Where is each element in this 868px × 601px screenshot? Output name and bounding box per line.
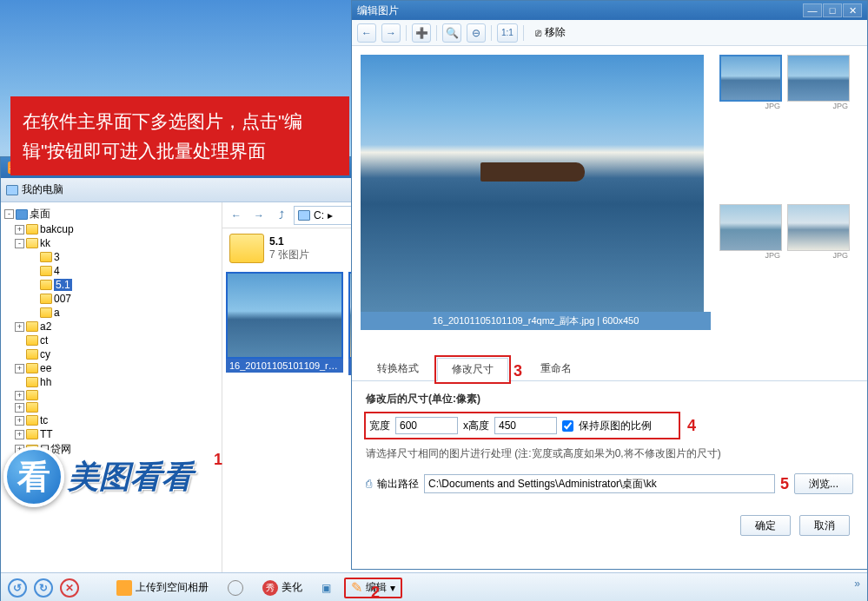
tab-rename[interactable]: 重命名 — [526, 357, 586, 380]
mini-thumb[interactable]: JPG — [719, 204, 782, 348]
delete-button[interactable]: ✕ — [60, 578, 79, 598]
folder-icon — [26, 321, 38, 332]
output-path-input[interactable] — [424, 474, 775, 493]
tree-item[interactable]: -桌面 — [1, 206, 222, 222]
tab-resize[interactable]: 修改尺寸 — [437, 358, 508, 381]
tabs: 转换格式 修改尺寸 3 重命名 — [352, 357, 867, 381]
monitor-icon — [6, 185, 18, 195]
annotation-5: 5 — [780, 475, 789, 493]
keep-ratio-checkbox[interactable] — [562, 420, 573, 432]
weibo-button[interactable] — [222, 578, 249, 598]
dialog-toolbar: ← → ➕ 🔍 ⊖ 1:1 ⎚ 移除 — [352, 20, 867, 46]
folder-icon — [40, 280, 52, 290]
rotate-left-button[interactable]: ↺ — [8, 578, 27, 598]
tree-item[interactable]: 5.1 — [1, 278, 222, 292]
annotation-4: 4 — [687, 417, 696, 435]
width-input[interactable] — [395, 417, 458, 434]
beautify-button[interactable]: 秀 美化 — [256, 578, 308, 598]
browse-button[interactable]: 浏览... — [794, 473, 853, 494]
tree-item[interactable]: +bakcup — [1, 222, 222, 236]
preview-caption: 16_20101105101109_r4qmz_副本.jpg | 600x450 — [361, 312, 711, 330]
nav-forward-button[interactable]: → — [248, 206, 269, 225]
instruction-banner: 在软件主界面下多选图片，点击"编辑"按钮即可进入批量处理界面 — [10, 96, 349, 175]
mini-thumb[interactable]: JPG — [719, 55, 782, 199]
folder-icon — [26, 363, 38, 373]
folder-icon — [40, 307, 52, 318]
minimize-button[interactable]: — — [803, 3, 822, 17]
tree-item[interactable]: +a2 — [1, 320, 222, 334]
height-input[interactable] — [494, 417, 557, 434]
tree-item[interactable]: a — [1, 306, 222, 320]
tree-item[interactable]: +TT — [1, 427, 222, 441]
dialog-titlebar: 编辑图片 — □ ✕ — [352, 1, 867, 20]
folder-icon — [16, 209, 28, 220]
folder-name: 5.1 — [269, 235, 309, 248]
folder-icon — [40, 266, 52, 276]
annotation-1: 1 — [214, 451, 222, 469]
folder-icon — [26, 349, 38, 360]
remove-icon: ⎚ — [535, 27, 541, 39]
tree-item[interactable]: + — [1, 389, 222, 401]
chevron-down-icon: ▾ — [390, 582, 395, 594]
nav-back-button[interactable]: ← — [226, 206, 247, 225]
tree-toggle[interactable]: + — [15, 322, 24, 332]
tree-item[interactable]: cy — [1, 347, 222, 361]
folder-icon — [26, 429, 38, 439]
tree-item[interactable]: 007 — [1, 292, 222, 306]
rotate-right-button[interactable]: ↻ — [34, 578, 53, 598]
note-text: 请选择尺寸相同的图片进行处理 (注:宽度或高度如果为0,将不修改图片的尺寸) — [366, 446, 853, 461]
upload-button[interactable]: 上传到空间相册 — [110, 578, 215, 598]
pencil-icon: ✎ — [351, 579, 362, 596]
tree-toggle[interactable]: + — [15, 416, 24, 426]
tree-toggle[interactable]: + — [15, 364, 24, 373]
tree-toggle[interactable]: - — [4, 209, 14, 219]
zoom-out-button[interactable]: ⊖ — [467, 23, 486, 43]
tree-item[interactable]: + — [1, 401, 222, 413]
edit-dialog: 编辑图片 — □ ✕ ← → ➕ 🔍 ⊖ 1:1 ⎚ 移除 16_2010110… — [351, 0, 868, 570]
folder-icon — [26, 238, 38, 248]
tree-item[interactable]: +ee — [1, 361, 222, 375]
close-button[interactable]: ✕ — [843, 3, 862, 17]
crop-button[interactable]: ▣ — [315, 578, 337, 598]
next-button[interactable]: → — [381, 23, 401, 43]
tree-item[interactable]: +tc — [1, 413, 222, 427]
tree-item[interactable]: 3 — [1, 250, 222, 264]
remove-button[interactable]: ⎚ 移除 — [529, 23, 572, 43]
chevron-right-icon: ▸ — [328, 209, 333, 221]
folder-icon — [26, 415, 38, 426]
mini-thumb[interactable]: JPG — [787, 55, 850, 199]
tree-toggle[interactable]: + — [15, 225, 24, 234]
tree-toggle[interactable]: + — [15, 430, 24, 439]
dimensions-row: 宽度 x高度 保持原图的比例 — [366, 413, 679, 438]
tab-convert[interactable]: 转换格式 — [362, 357, 434, 380]
form-title: 修改后的尺寸(单位:像素) — [366, 392, 853, 406]
logo-text: 美图看看 — [68, 456, 193, 499]
add-button[interactable]: ➕ — [412, 23, 431, 43]
ratio-button[interactable]: 1:1 — [497, 23, 518, 43]
my-computer-label[interactable]: 我的电脑 — [6, 182, 63, 197]
tree-item[interactable]: hh — [1, 375, 222, 389]
tree-item[interactable]: ct — [1, 334, 222, 347]
folder-tree[interactable]: -桌面+bakcup-kk345.1007a+a2ctcy+eehh+++tc+… — [1, 202, 222, 572]
folder-count: 7 张图片 — [269, 248, 309, 262]
preview-area: 16_20101105101109_r4qmz_副本.jpg | 600x450 — [361, 55, 711, 348]
ok-button[interactable]: 确定 — [740, 515, 791, 536]
tree-item[interactable]: -kk — [1, 236, 222, 250]
thumbnail-item[interactable]: 16_20101105101109_r4qmz_ — [226, 272, 343, 375]
output-icon: ⎙ — [366, 478, 372, 490]
annotation-3: 3 — [514, 362, 522, 380]
maximize-button[interactable]: □ — [823, 3, 842, 17]
tree-toggle[interactable]: - — [15, 239, 24, 248]
tree-toggle[interactable]: + — [15, 403, 24, 413]
bottom-toolbar: ↺ ↻ ✕ 上传到空间相册 秀 美化 ▣ ✎ 编辑 ▾ 2 » — [1, 572, 867, 601]
prev-button[interactable]: ← — [357, 23, 376, 43]
annotation-2: 2 — [371, 584, 380, 601]
tree-toggle[interactable]: + — [15, 391, 24, 400]
mini-thumb[interactable]: JPG — [787, 204, 850, 348]
folder-icon — [26, 224, 38, 234]
zoom-in-button[interactable]: 🔍 — [442, 23, 461, 43]
nav-up-button[interactable]: ⤴ — [271, 206, 292, 225]
tree-item[interactable]: 4 — [1, 264, 222, 278]
cancel-button[interactable]: 取消 — [799, 515, 850, 536]
expand-icon[interactable]: » — [854, 578, 860, 590]
